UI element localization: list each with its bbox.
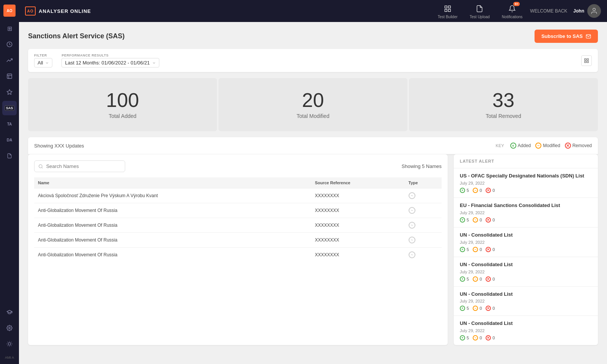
added-count-icon: + (460, 247, 465, 252)
user-avatar[interactable] (587, 4, 601, 18)
performance-select[interactable]: Last 12 Months: 01/06/2022 - 01/06/21 (61, 58, 159, 67)
legend-added: + Added (510, 143, 531, 149)
modified-count-icon: ~ (473, 188, 478, 193)
cell-name: Akciová Spoločnosť Združenie Pre Výskum … (34, 188, 311, 203)
search-input[interactable] (46, 163, 121, 169)
modified-count: ~ 0 (473, 276, 482, 282)
filter-select[interactable]: All (34, 58, 52, 67)
sidebar-item-settings[interactable] (2, 321, 17, 335)
sidebar-item-ta[interactable]: TA (2, 117, 17, 131)
added-count: + 5 (460, 217, 469, 223)
type-icon: ~ (409, 237, 415, 243)
sidebar-item-sas[interactable]: SAS (2, 101, 17, 115)
added-count-icon: + (460, 188, 465, 193)
alerts-header: LATEST ALERT (454, 154, 598, 168)
type-icon: ~ (409, 192, 415, 199)
sidebar-item-theme[interactable] (2, 337, 17, 351)
svg-point-6 (8, 343, 11, 345)
modified-count: ~ 0 (473, 335, 482, 340)
col-type: Type (405, 177, 442, 188)
svg-point-19 (593, 8, 596, 11)
search-input-wrap[interactable] (34, 160, 125, 172)
sidebar-item-analytics[interactable] (2, 85, 17, 99)
modified-count: ~ 0 (473, 306, 482, 311)
cell-name: Anti-Globalization Movement Of Russia (34, 203, 311, 218)
removed-count: ✕ 0 (486, 188, 495, 193)
type-icon: ~ (409, 251, 415, 258)
alert-date: July 29, 2022 (460, 270, 592, 274)
alert-counts: + 5 ~ 0 ✕ 0 (460, 247, 592, 252)
cell-type: ~ (405, 218, 442, 233)
added-count: + 5 (460, 276, 469, 282)
added-count: + 5 (460, 335, 469, 340)
removed-count: ✕ 0 (486, 276, 495, 282)
cell-name: Anti-Globalization Movement Of Russia (34, 248, 311, 262)
modified-count-icon: ~ (473, 276, 478, 282)
search-row: Showing 5 Names (34, 160, 442, 172)
list-item[interactable]: UN - Consolidated List July 29, 2022 + 5… (454, 316, 598, 345)
svg-rect-1 (7, 74, 12, 78)
showing-names: Showing 5 Names (402, 163, 442, 169)
removed-count-icon: ✕ (486, 306, 491, 311)
svg-rect-21 (587, 58, 588, 60)
added-count-icon: + (460, 217, 465, 223)
added-count-icon: + (460, 335, 465, 340)
table-row[interactable]: Anti-Globalization Movement Of Russia XX… (34, 203, 442, 218)
cell-source-ref: XXXXXXXX (311, 233, 405, 248)
stat-added: 100 Total Added (28, 78, 217, 131)
svg-marker-4 (7, 89, 12, 94)
table-row[interactable]: Anti-Globalization Movement Of Russia XX… (34, 218, 442, 233)
svg-line-9 (8, 342, 8, 342)
alert-date: July 29, 2022 (460, 299, 592, 303)
notifications-icon: 9+ (507, 3, 517, 14)
type-icon: ~ (409, 207, 415, 214)
table-row[interactable]: Akciová Spoločnosť Združenie Pre Výskum … (34, 188, 442, 203)
alert-counts: + 5 ~ 0 ✕ 0 (460, 188, 592, 193)
alert-counts: + 5 ~ 0 ✕ 0 (460, 306, 592, 311)
notifications-nav[interactable]: 9+ Notifications (502, 3, 522, 19)
sidebar-item-reports[interactable] (2, 69, 17, 83)
sidebar-item-grid[interactable]: ⊞ (2, 21, 17, 36)
table-row[interactable]: Anti-Globalization Movement Of Russia XX… (34, 233, 442, 248)
table-row[interactable]: Anti-Globalization Movement Of Russia XX… (34, 248, 442, 262)
svg-point-24 (39, 165, 42, 168)
svg-line-14 (11, 342, 11, 342)
removed-count-icon: ✕ (486, 247, 491, 252)
list-item[interactable]: UN - Consolidated List July 29, 2022 + 5… (454, 257, 598, 287)
performance-group: PERFORMANCE RESULTS Last 12 Months: 01/0… (61, 53, 159, 67)
cell-source-ref: XXXXXXXX (311, 203, 405, 218)
cell-source-ref: XXXXXXXX (311, 218, 405, 233)
svg-line-13 (8, 345, 8, 346)
list-item[interactable]: UN - Consolidated List July 29, 2022 + 5… (454, 228, 598, 257)
sidebar-item-doc[interactable] (2, 149, 17, 163)
modified-count-icon: ~ (473, 335, 478, 340)
subscribe-button[interactable]: Subscribe to SAS (535, 30, 598, 43)
legend-removed: ✕ Removed (565, 143, 592, 149)
list-item[interactable]: EU - Financial Sanctions Consolidated Li… (454, 198, 598, 228)
svg-rect-22 (585, 61, 586, 63)
two-col-layout: Showing 5 Names Name Source Reference Ty… (28, 154, 598, 345)
cell-type: ~ (405, 203, 442, 218)
test-upload-nav[interactable]: Test Upload (470, 3, 490, 19)
sidebar-item-da[interactable]: DA (2, 133, 17, 147)
modified-count-icon: ~ (473, 247, 478, 252)
list-item[interactable]: US - OFAC Specially Designated Nationals… (454, 168, 598, 198)
removed-count-icon: ✕ (486, 335, 491, 340)
grid-view-button[interactable] (581, 55, 592, 66)
cell-type: ~ (405, 233, 442, 248)
sidebar: AO ⊞ SAS TA DA AMI A (0, 0, 19, 364)
updates-header: Showing XXX Updates KEY + Added ~ Modifi… (28, 137, 598, 154)
sidebar-footer-label: AMI A (5, 356, 14, 359)
sidebar-item-trending[interactable] (2, 53, 17, 67)
alerts-list: US - OFAC Specially Designated Nationals… (454, 168, 598, 345)
list-item[interactable]: UN - Consolidated List July 29, 2022 + 5… (454, 287, 598, 316)
modified-count-icon: ~ (473, 306, 478, 311)
sidebar-item-recent[interactable] (2, 37, 17, 52)
alert-counts: + 5 ~ 0 ✕ 0 (460, 276, 592, 282)
alert-name: UN - Consolidated List (460, 262, 592, 268)
sidebar-bottom: AMI A (2, 305, 17, 359)
sidebar-item-learn[interactable] (2, 305, 17, 319)
ao-logo-box: AO (25, 6, 36, 16)
cell-type: ~ (405, 188, 442, 203)
test-builder-nav[interactable]: Test Builder (438, 3, 458, 19)
